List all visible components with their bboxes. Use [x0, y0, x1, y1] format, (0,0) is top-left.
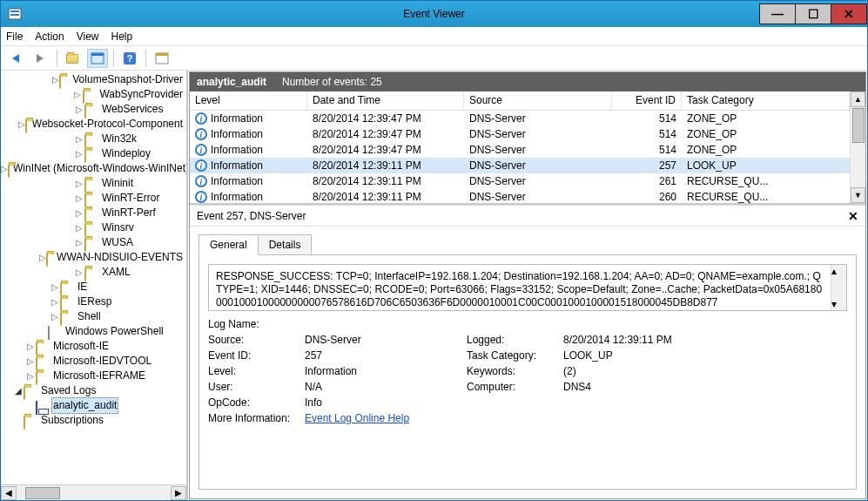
- table-row[interactable]: iInformation8/20/2014 12:39:11 PMDNS-Ser…: [190, 173, 850, 189]
- tree-item[interactable]: analytic_audit: [1, 398, 186, 413]
- expander-icon[interactable]: ▷: [52, 72, 59, 87]
- col-source[interactable]: Source: [464, 91, 612, 110]
- tab-details[interactable]: Details: [258, 234, 313, 255]
- tree-item[interactable]: ▷WinRT-Error: [1, 191, 186, 206]
- value-user: N/A: [305, 381, 461, 393]
- pane-title: analytic_audit: [197, 76, 266, 88]
- show-tree-button[interactable]: [63, 49, 84, 68]
- tree-item[interactable]: ▷IEResp: [1, 295, 186, 309]
- expander-icon[interactable]: ▷: [74, 191, 84, 206]
- tree-item-label: IEResp: [76, 295, 113, 309]
- cell-taskcategory: RECURSE_QU...: [682, 175, 850, 187]
- scroll-up-icon[interactable]: ▲: [851, 91, 865, 107]
- help-button[interactable]: ?: [119, 49, 140, 68]
- tree-item[interactable]: ▷VolumeSnapshot-Driver: [1, 72, 186, 87]
- maximize-button[interactable]: ☐: [795, 3, 831, 24]
- msg-vscrollbar[interactable]: ▴ ▾: [831, 265, 846, 310]
- tree-item[interactable]: Windows PowerShell: [1, 324, 186, 339]
- tree-item[interactable]: ▷Microsoft-IE: [1, 339, 186, 354]
- refresh-button[interactable]: [151, 49, 172, 68]
- tree-item-label: IE: [76, 280, 89, 295]
- minimize-button[interactable]: —: [759, 3, 796, 24]
- folder-icon: [8, 163, 10, 175]
- toolbar-divider: [57, 50, 57, 67]
- tree-item[interactable]: ▷IE: [1, 280, 186, 295]
- tree-item[interactable]: ▷Shell: [1, 309, 186, 324]
- tree-item[interactable]: ▷WUSA: [1, 235, 186, 250]
- expander-icon[interactable]: ▷: [1, 161, 8, 176]
- close-button[interactable]: ✕: [831, 3, 867, 24]
- tree-item[interactable]: ▷WebServices: [1, 102, 186, 117]
- menu-help[interactable]: Help: [111, 30, 133, 43]
- col-level[interactable]: Level: [190, 91, 307, 110]
- tree-item[interactable]: ▷Windeploy: [1, 146, 186, 161]
- expander-icon[interactable]: ▷: [74, 132, 84, 146]
- tree-item[interactable]: ▷WinRT-Perf: [1, 206, 186, 220]
- app-icon: [8, 7, 22, 21]
- table-row[interactable]: iInformation8/20/2014 12:39:11 PMDNS-Ser…: [190, 158, 850, 173]
- col-datetime[interactable]: Date and Time: [307, 91, 464, 110]
- label-opcode: OpCode:: [208, 396, 299, 409]
- menu-action[interactable]: Action: [35, 30, 64, 43]
- back-button[interactable]: [6, 49, 27, 68]
- scroll-up-icon[interactable]: ▴: [831, 265, 846, 277]
- value-opcode: Info: [305, 396, 461, 409]
- cell-taskcategory: RECURSE_QU...: [682, 191, 850, 203]
- forward-button[interactable]: [30, 49, 51, 68]
- tab-general[interactable]: General: [198, 234, 259, 255]
- table-row[interactable]: iInformation8/20/2014 12:39:47 PMDNS-Ser…: [190, 126, 850, 142]
- tree-hscrollbar[interactable]: ◀ ▶: [1, 484, 186, 500]
- expander-icon[interactable]: ▷: [50, 309, 60, 324]
- grid-vscrollbar[interactable]: ▲ ▼: [850, 91, 865, 203]
- detail-close-icon[interactable]: ✕: [848, 209, 858, 223]
- expander-icon[interactable]: ▷: [74, 220, 84, 235]
- cell-level: Information: [211, 191, 263, 203]
- tree-item[interactable]: ▷Microsoft-IEDVTOOL: [1, 354, 186, 369]
- table-row[interactable]: iInformation8/20/2014 12:39:47 PMDNS-Ser…: [190, 111, 850, 126]
- expander-icon[interactable]: ▷: [39, 250, 46, 265]
- expander-icon[interactable]: ▷: [72, 87, 83, 102]
- nav-tree[interactable]: ▷VolumeSnapshot-Driver▷WabSyncProvider▷W…: [1, 71, 186, 484]
- table-row[interactable]: iInformation8/20/2014 12:39:11 PMDNS-Ser…: [190, 189, 850, 203]
- scroll-right-icon[interactable]: ▶: [171, 486, 186, 500]
- expander-icon[interactable]: ◢: [13, 383, 24, 398]
- tree-item[interactable]: ▷Websocket-Protocol-Component: [1, 117, 186, 132]
- expander-icon[interactable]: ▷: [74, 102, 84, 117]
- scroll-down-icon[interactable]: ▾: [831, 298, 846, 310]
- scroll-thumb[interactable]: [852, 108, 865, 143]
- expander-icon[interactable]: ▷: [74, 235, 84, 250]
- tree-item[interactable]: ▷WWAN-NDISUIO-EVENTS: [1, 250, 186, 265]
- tree-item[interactable]: ▷XAML: [1, 265, 186, 280]
- table-row[interactable]: iInformation8/20/2014 12:39:47 PMDNS-Ser…: [190, 142, 850, 158]
- scroll-down-icon[interactable]: ▼: [851, 187, 865, 203]
- expander-icon[interactable]: ▷: [25, 369, 36, 383]
- scroll-left-icon[interactable]: ◀: [1, 486, 17, 500]
- tree-item[interactable]: Subscriptions: [1, 413, 186, 428]
- grid-body[interactable]: iInformation8/20/2014 12:39:47 PMDNS-Ser…: [190, 111, 850, 203]
- menu-view[interactable]: View: [77, 30, 99, 43]
- expander-icon[interactable]: ▷: [50, 280, 60, 295]
- tree-item[interactable]: ▷WabSyncProvider: [1, 87, 186, 102]
- tree-item[interactable]: ▷WinINet (Microsoft-Windows-WinINet): [1, 161, 186, 176]
- cell-source: DNS-Server: [464, 112, 612, 125]
- expander-icon[interactable]: ▷: [74, 146, 84, 161]
- menu-file[interactable]: File: [6, 30, 23, 43]
- tree-item[interactable]: ▷Win32k: [1, 132, 186, 146]
- tree-item[interactable]: ▷Microsoft-IEFRAME: [1, 369, 186, 383]
- expander-icon[interactable]: ▷: [50, 295, 60, 309]
- properties-button[interactable]: [87, 49, 108, 68]
- expander-icon[interactable]: ▷: [74, 176, 84, 191]
- scroll-thumb[interactable]: [25, 487, 60, 499]
- expander-icon[interactable]: ▷: [25, 339, 36, 354]
- expander-icon[interactable]: ▷: [74, 265, 84, 280]
- tree-item[interactable]: ▷Wininit: [1, 176, 186, 191]
- col-eventid[interactable]: Event ID: [612, 91, 682, 110]
- toolbar-divider: [113, 50, 114, 67]
- link-event-log-online-help[interactable]: Event Log Online Help: [305, 412, 409, 424]
- tree-item[interactable]: ▷Winsrv: [1, 220, 186, 235]
- tree-item[interactable]: ◢Saved Logs: [1, 383, 186, 398]
- expander-icon[interactable]: ▷: [18, 117, 25, 132]
- expander-icon[interactable]: ▷: [74, 206, 84, 220]
- expander-icon[interactable]: ▷: [25, 354, 36, 369]
- col-taskcategory[interactable]: Task Category: [682, 91, 850, 110]
